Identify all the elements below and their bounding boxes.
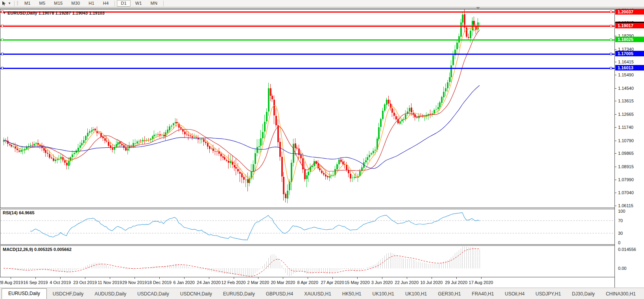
axis-tick: [615, 167, 616, 167]
date-label: 4 Oct 2019: [50, 280, 71, 285]
tab-china300-h1[interactable]: CHINA300,H1: [601, 289, 641, 299]
period-button-d1[interactable]: D1: [117, 0, 130, 7]
rsi-canvas: [0, 209, 614, 244]
date-label: 3 Jun 2020: [371, 280, 393, 285]
date-label: 18 Dec 2019: [147, 280, 172, 285]
date-label: 8 Apr 2020: [297, 280, 318, 285]
period-button-h1[interactable]: H1: [85, 0, 98, 7]
bid-price-line: [0, 25, 614, 25]
horizontal-level-line[interactable]: [0, 26, 614, 27]
tab-hk50-h1[interactable]: HK50,H1: [337, 289, 367, 299]
tab-usdjpy-h1[interactable]: USDJPY,H1: [530, 289, 566, 299]
date-tick: [209, 277, 209, 279]
level-endpoint-handle[interactable]: [610, 53, 612, 55]
date-tick: [308, 277, 308, 279]
axis-tick: [615, 193, 616, 193]
level-price-tag: 1.18025: [615, 37, 644, 42]
date-tick: [407, 277, 407, 279]
period-button-m5[interactable]: M5: [35, 0, 50, 7]
period-button-h4[interactable]: H4: [99, 0, 113, 7]
tab-ger30-h1[interactable]: GER30,H1: [433, 289, 466, 299]
axis-tick: [615, 114, 616, 115]
date-tick: [110, 277, 110, 279]
tab-usdcnh-daily[interactable]: USDCNH,Daily: [175, 289, 217, 299]
axis-tick-label: 1.12665: [618, 112, 634, 117]
date-label: 16 Sep 2019: [23, 280, 48, 285]
axis-tick: [615, 180, 616, 180]
cursor-tool-button[interactable]: ▼: [0, 1, 13, 6]
tab-usdcad-daily[interactable]: USDCAD,Daily: [132, 289, 174, 299]
price-axis[interactable]: 1.201401.192151.182901.173401.164151.154…: [614, 9, 644, 288]
tab-usoil-h1[interactable]: USOil,H1: [642, 289, 644, 299]
level-endpoint-handle[interactable]: [610, 25, 612, 27]
date-label: 22 Jun 2020: [395, 280, 419, 285]
axis-tick-label: 1.14540: [618, 86, 634, 91]
tab-eurusd-daily[interactable]: EURUSD,Daily: [218, 289, 260, 299]
axis-tick: [615, 141, 616, 141]
level-price-tag: 1.20037: [615, 9, 644, 15]
horizontal-level-line[interactable]: [0, 39, 614, 41]
tab-audusd-daily[interactable]: AUDUSD,Daily: [89, 289, 131, 299]
date-label: 29 Nov 2019: [122, 280, 147, 285]
axis-tick-label: 1.08915: [618, 164, 634, 169]
chart-title: ▼ EURUSD,Daily 1.19078 1.19287 1.19043 1…: [3, 11, 105, 15]
date-tick: [258, 277, 258, 279]
rsi-indicator-pane[interactable]: RSI(14) 64.9665: [0, 209, 614, 245]
axis-tick: [615, 88, 616, 89]
macd-label: MACD(12,26,9) 0.005325 0.005662: [3, 247, 72, 252]
period-button-m15[interactable]: M15: [50, 0, 66, 7]
level-endpoint-handle[interactable]: [610, 67, 612, 69]
date-tick: [234, 277, 234, 279]
axis-tick-label: 1.06115: [618, 203, 633, 208]
date-tick: [135, 277, 135, 279]
axis-tick: [615, 62, 616, 62]
date-label: 10 Jul 2020: [420, 280, 443, 285]
period-button-m30[interactable]: M30: [67, 0, 84, 7]
time-axis[interactable]: 28 Aug 201916 Sep 20194 Oct 201923 Oct 2…: [0, 277, 614, 288]
date-label: 27 Apr 2020: [321, 280, 344, 285]
axis-tick: [615, 127, 616, 128]
macd-indicator-pane[interactable]: MACD(12,26,9) 0.005325 0.005662: [0, 245, 614, 277]
rsi-axis-label: 70: [618, 218, 623, 223]
axis-tick-label: 1.10790: [618, 138, 634, 143]
level-endpoint-handle[interactable]: [1, 67, 4, 69]
tab-eurusd-daily[interactable]: EURUSD,Daily: [2, 288, 47, 299]
horizontal-level-line[interactable]: [0, 54, 614, 55]
date-label: 23 Oct 2019: [73, 280, 97, 285]
date-label: 17 Aug 2020: [469, 280, 493, 285]
main-chart-pane[interactable]: ▼ EURUSD,Daily 1.19078 1.19287 1.19043 1…: [0, 9, 614, 208]
rsi-axis-label: 0: [618, 240, 620, 245]
axis-tick: [615, 49, 616, 50]
horizontal-level-line[interactable]: [0, 68, 614, 69]
tab-fra40-h1[interactable]: FRA40,H1: [467, 289, 499, 299]
date-label: 29 Jul 2020: [445, 280, 467, 285]
level-endpoint-handle[interactable]: [1, 53, 4, 55]
rsi-axis-label: 100: [618, 209, 625, 214]
symbol-marker-icon: ▼: [3, 11, 6, 15]
toolbar-grip-handle[interactable]: [17, 1, 18, 6]
tab-usdchf-daily[interactable]: USDCHF,Daily: [48, 289, 89, 299]
tab-usoil-h4[interactable]: USOil,H4: [500, 289, 530, 299]
period-button-m1[interactable]: M1: [20, 0, 35, 7]
macd-canvas: [0, 246, 614, 277]
date-label: 12 Feb 2020: [221, 280, 246, 285]
date-tick: [332, 277, 333, 279]
tab-dj30-daily[interactable]: DJ30,Daily: [567, 289, 600, 299]
date-label: 24 Jan 2020: [197, 280, 221, 285]
date-label: 15 May 2020: [345, 280, 370, 285]
period-button-w1[interactable]: W1: [131, 0, 146, 7]
date-tick: [456, 277, 457, 279]
axis-tick: [615, 153, 616, 154]
level-endpoint-handle[interactable]: [610, 11, 612, 13]
axis-tick-label: 1.07990: [618, 177, 634, 182]
axis-tick-label: 1.11740: [618, 125, 633, 130]
tab-xauusd-h1[interactable]: XAUUSD,H1: [299, 289, 336, 299]
level-endpoint-handle[interactable]: [610, 39, 612, 41]
tab-gbpusd-h4[interactable]: GBPUSD,H4: [261, 289, 298, 299]
period-button-mn[interactable]: MN: [147, 0, 162, 7]
tab-uk100-h1[interactable]: UK100,H1: [400, 289, 432, 299]
date-label: 6 Jan 2020: [173, 280, 194, 285]
level-endpoint-handle[interactable]: [1, 25, 4, 27]
tab-uk100-h1[interactable]: UK100,H1: [367, 289, 399, 299]
level-endpoint-handle[interactable]: [1, 39, 4, 41]
